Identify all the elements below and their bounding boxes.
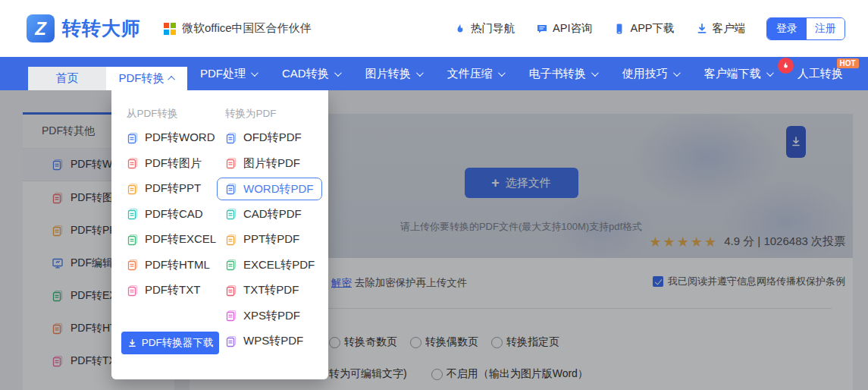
dropdown-item-XPS转PDF[interactable]: XPS转PDF [225, 304, 322, 329]
nav-item-PDF处理[interactable]: PDF处理 [187, 57, 269, 90]
agreement-checkbox[interactable] [653, 276, 663, 287]
doc-icon [127, 157, 139, 169]
doc-icon [52, 192, 64, 204]
doc-icon [225, 335, 237, 348]
pdf-converter-download-button[interactable]: PDF转换器下载 [121, 332, 219, 354]
header-link[interactable]: API咨询 [536, 21, 592, 36]
dropdown-column-title: 从PDF转换 [127, 107, 219, 125]
nav-item-文件压缩[interactable]: 文件压缩 [434, 57, 516, 90]
doc-icon [127, 208, 139, 220]
radio-icon[interactable] [431, 369, 443, 380]
dropdown-item-图片转PDF[interactable]: 图片转PDF [225, 151, 322, 177]
hot-badge: HOT [837, 58, 859, 68]
header-link[interactable]: 客户端 [696, 21, 746, 36]
floating-download-button[interactable] [786, 126, 806, 158]
doc-icon [225, 183, 237, 195]
radio-option-转换偶数页[interactable]: 转换偶数页 [410, 335, 478, 349]
site-title: 转转大师 [62, 16, 141, 41]
chevron-up-icon [168, 76, 175, 83]
doc-icon [127, 285, 139, 297]
nav-item-CAD转换[interactable]: CAD转换 [269, 57, 353, 90]
chevron-down-icon [416, 69, 424, 77]
plus-icon: + [491, 176, 500, 190]
radio-icon[interactable] [491, 337, 503, 348]
ocr-options: 转为可编辑文字) 不启用（输出为图片版Word） [329, 367, 588, 381]
doc-icon [225, 157, 237, 169]
partner-text: 微软office中国区合作伙伴 [182, 21, 312, 36]
auth-buttons: 登录 注册 [766, 17, 845, 40]
chat-bubble-icon [536, 23, 548, 35]
doc-icon [127, 234, 139, 246]
nav-item-客户端下载[interactable]: 客户端下载 [691, 57, 785, 90]
select-file-button[interactable]: + 选择文件 [465, 168, 578, 198]
decrypt-link[interactable]: 解密 [331, 277, 352, 288]
monitor-icon [52, 257, 64, 269]
ocr-enable-partial-label: 转为可编辑文字) [329, 367, 407, 381]
doc-icon [225, 132, 237, 144]
header-link[interactable]: 热门导航 [454, 21, 515, 36]
download-icon [696, 23, 708, 35]
dropdown-item-EXCEL转PDF[interactable]: EXCEL转PDF [225, 253, 322, 278]
nav-item-图片转换[interactable]: 图片转换 [353, 57, 434, 90]
doc-icon [127, 132, 139, 144]
chevron-down-icon [334, 69, 342, 77]
radio-option-转换奇数页[interactable]: 转换奇数页 [329, 335, 397, 349]
download-icon [127, 338, 137, 348]
doc-icon [52, 355, 64, 367]
agreement-label: 我已阅读并遵守信息网络传播权保护条例 [668, 275, 845, 288]
dropdown-item-CAD转PDF[interactable]: CAD转PDF [225, 202, 322, 228]
nav-item-人工转换[interactable]: 人工转换HOT [785, 57, 856, 90]
dropdown-item-PDF转WORD[interactable]: PDF转WORD [127, 125, 219, 151]
doc-icon [225, 208, 237, 220]
doc-icon [225, 285, 237, 297]
chevron-down-icon [498, 69, 506, 77]
dropdown-item-PDF转PPT[interactable]: PDF转PPT [127, 176, 219, 202]
decrypt-text: 去除加密保护再上传文件 [355, 277, 468, 288]
nav-item-首页[interactable]: 首页 [28, 67, 106, 90]
flame-icon [454, 23, 466, 35]
doc-icon [225, 234, 237, 246]
logo-z-icon: Z [27, 14, 55, 42]
radio-icon[interactable] [410, 337, 421, 348]
doc-icon [127, 259, 139, 271]
radio-option-转换指定页[interactable]: 转换指定页 [491, 335, 559, 349]
header: Z 转转大师 微软office中国区合作伙伴 热门导航API咨询APP下载客户端… [0, 0, 868, 57]
login-button[interactable]: 登录 [767, 18, 807, 39]
page-range-options: 转换奇数页转换偶数页转换指定页 [329, 335, 559, 349]
agreement-row: 我已阅读并遵守信息网络传播权保护条例 [653, 275, 845, 288]
chevron-down-icon [673, 69, 681, 77]
register-button[interactable]: 注册 [807, 18, 844, 39]
rating: ★★★★★ 4.9 分 | 1026483 次投票 [649, 234, 845, 250]
doc-icon [225, 310, 237, 322]
nav-item-PDF转换[interactable]: PDF转换 [106, 67, 187, 90]
nav-item-电子书转换[interactable]: 电子书转换 [516, 57, 609, 90]
main-nav: 首页PDF转换PDF处理CAD转换图片转换文件压缩电子书转换使用技巧客户端下载人… [0, 57, 868, 90]
rating-score: 4.9 [724, 234, 740, 247]
dropdown-item-WPS转PDF[interactable]: WPS转PDF [225, 329, 322, 354]
dropdown-item-PDF转EXCEL[interactable]: PDF转EXCEL [127, 227, 219, 253]
partner-badge: 微软office中国区合作伙伴 [164, 21, 312, 36]
decrypt-row: 解密 去除加密保护再上传文件 [331, 276, 467, 290]
dropdown-item-OFD转PDF[interactable]: OFD转PDF [225, 125, 322, 151]
doc-icon [52, 225, 64, 237]
microsoft-logo-icon [164, 23, 176, 35]
ocr-disable-option[interactable]: 不启用（输出为图片版Word） [431, 367, 588, 381]
phone-icon [613, 23, 625, 35]
dropdown-item-PPT转PDF[interactable]: PPT转PDF [225, 227, 322, 253]
dropdown-item-PDF转图片[interactable]: PDF转图片 [127, 151, 219, 177]
dropdown-column-title: 转换为PDF [225, 107, 322, 125]
radio-icon[interactable] [329, 337, 340, 348]
dropdown-item-PDF转TXT[interactable]: PDF转TXT [127, 278, 219, 304]
chevron-down-icon [766, 69, 774, 77]
dropdown-item-PDF转CAD[interactable]: PDF转CAD [127, 202, 219, 228]
nav-item-使用技巧[interactable]: 使用技巧 [609, 57, 691, 90]
doc-icon [52, 290, 64, 302]
dropdown-item-WORD转PDF[interactable]: WORD转PDF [217, 178, 322, 200]
dropdown-item-PDF转HTML[interactable]: PDF转HTML [127, 253, 219, 278]
rating-votes: 1026483 [763, 234, 807, 247]
doc-icon [52, 322, 64, 335]
header-link[interactable]: APP下载 [613, 21, 674, 36]
header-links: 热门导航API咨询APP下载客户端 登录 注册 [454, 17, 845, 40]
dropdown-item-TXT转PDF[interactable]: TXT转PDF [225, 278, 322, 304]
site-logo[interactable]: Z 转转大师 [27, 14, 141, 42]
